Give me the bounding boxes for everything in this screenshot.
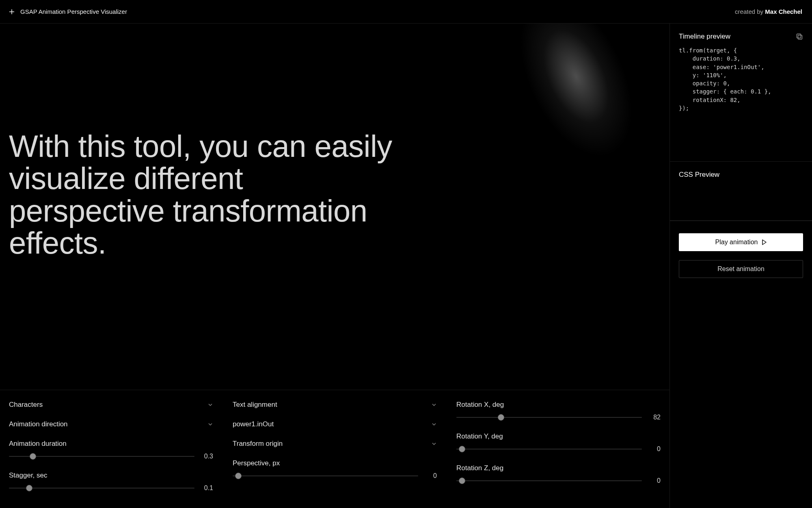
copy-icon[interactable] xyxy=(796,33,803,40)
perspective-control: Perspective, px 0 xyxy=(233,459,437,480)
rotation-x-label: Rotation X, deg xyxy=(456,401,504,409)
rotation-z-control: Rotation Z, deg 0 xyxy=(456,464,661,484)
duration-label: Animation duration xyxy=(9,440,67,448)
css-heading: CSS Preview xyxy=(679,171,719,179)
duration-thumb[interactable] xyxy=(30,453,36,460)
origin-select[interactable]: Transform origin xyxy=(233,440,437,448)
reset-animation-button[interactable]: Reset animation xyxy=(679,260,803,278)
perspective-slider[interactable] xyxy=(233,475,418,476)
characters-select[interactable]: Characters xyxy=(9,401,213,409)
play-icon xyxy=(762,239,767,245)
characters-label: Characters xyxy=(9,401,43,409)
rotation-z-label: Rotation Z, deg xyxy=(456,464,503,472)
stagger-control: Stagger, sec 0.1 xyxy=(9,471,213,492)
ease-label: power1.inOut xyxy=(233,420,274,428)
rotation-z-slider[interactable] xyxy=(456,480,642,481)
ease-select[interactable]: power1.inOut xyxy=(233,420,437,428)
rotation-y-slider[interactable] xyxy=(456,449,642,449)
svg-rect-3 xyxy=(797,34,801,38)
stagger-slider[interactable] xyxy=(9,488,194,488)
svg-marker-4 xyxy=(762,240,766,245)
direction-select[interactable]: Animation direction xyxy=(9,420,213,428)
controls-panel: Characters Animation direction xyxy=(0,390,669,508)
rotation-y-label: Rotation Y, deg xyxy=(456,432,503,441)
chevron-down-icon xyxy=(431,402,437,408)
rotation-z-value: 0 xyxy=(649,477,661,484)
chevron-down-icon xyxy=(207,421,213,427)
rotation-x-slider[interactable] xyxy=(456,417,642,418)
perspective-value: 0 xyxy=(425,472,437,480)
play-animation-button[interactable]: Play animation xyxy=(679,233,803,251)
credit: created by Max Chechel xyxy=(735,8,802,15)
direction-label: Animation direction xyxy=(9,420,68,428)
stagger-label: Stagger, sec xyxy=(9,471,48,480)
duration-control: Animation duration 0.3 xyxy=(9,440,213,460)
svg-rect-2 xyxy=(798,35,802,39)
duration-value: 0.3 xyxy=(202,453,213,460)
timeline-code[interactable]: tl.from(target, { duration: 0.3, ease: '… xyxy=(679,46,803,112)
alignment-label: Text alignment xyxy=(233,401,277,409)
origin-label: Transform origin xyxy=(233,440,283,448)
buttons-section: Play animation Reset animation xyxy=(670,221,812,287)
preview-canvas: With this tool, you can easily visualize… xyxy=(0,24,669,390)
perspective-thumb[interactable] xyxy=(235,473,242,479)
rotation-y-control: Rotation Y, deg 0 xyxy=(456,432,661,453)
rotation-x-control: Rotation X, deg 82 xyxy=(456,401,661,421)
timeline-preview-section: Timeline preview tl.from(target, { durat… xyxy=(670,24,812,162)
stagger-thumb[interactable] xyxy=(26,485,32,491)
chevron-down-icon xyxy=(431,441,437,447)
header: GSAP Animation Perspective Visualizer cr… xyxy=(0,0,812,24)
rotation-z-thumb[interactable] xyxy=(459,478,465,484)
rotation-x-thumb[interactable] xyxy=(498,414,504,421)
chevron-down-icon xyxy=(207,402,213,408)
timeline-heading: Timeline preview xyxy=(679,33,730,41)
play-label: Play animation xyxy=(715,239,758,246)
hero-text: With this tool, you can easily visualize… xyxy=(9,130,399,258)
app-title: GSAP Animation Perspective Visualizer xyxy=(20,8,127,15)
css-preview-section: CSS Preview xyxy=(670,162,812,221)
sidebar: Timeline preview tl.from(target, { durat… xyxy=(670,24,812,508)
credit-prefix: created by xyxy=(735,8,765,15)
rotation-y-value: 0 xyxy=(649,445,661,453)
alignment-select[interactable]: Text alignment xyxy=(233,401,437,409)
stagger-value: 0.1 xyxy=(202,484,213,492)
chevron-down-icon xyxy=(431,421,437,427)
credit-name[interactable]: Max Chechel xyxy=(765,8,802,15)
rotation-x-value: 82 xyxy=(649,414,661,421)
rotation-y-thumb[interactable] xyxy=(459,446,465,452)
duration-slider[interactable] xyxy=(9,456,194,457)
plus-icon xyxy=(9,9,15,15)
header-left: GSAP Animation Perspective Visualizer xyxy=(9,8,127,15)
perspective-label: Perspective, px xyxy=(233,459,280,467)
reset-label: Reset animation xyxy=(717,265,764,273)
